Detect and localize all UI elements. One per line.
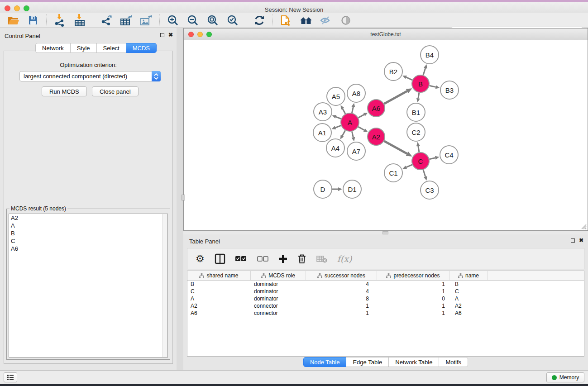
import-table-icon[interactable]	[73, 14, 86, 27]
mcds-result-title: MCDS result (5 nodes)	[10, 205, 67, 212]
tab-edge-table[interactable]: Edge Table	[346, 357, 389, 367]
task-history-button[interactable]	[4, 372, 17, 382]
edge-B-B4[interactable]	[423, 68, 425, 75]
memory-button[interactable]: Memory	[546, 372, 584, 382]
import-network-icon[interactable]	[53, 14, 67, 27]
edge-A-A3[interactable]	[336, 117, 341, 119]
edge-A-A1[interactable]	[335, 125, 341, 128]
control-panel-tabs: NetworkStyleSelectMCDS	[35, 43, 157, 53]
vertical-split-handle[interactable]	[182, 195, 185, 200]
run-mcds-button[interactable]: Run MCDS	[42, 86, 87, 96]
export-network-icon[interactable]	[100, 14, 113, 27]
tab-motifs[interactable]: Motifs	[439, 357, 468, 367]
table-row[interactable]: Bdominator41B	[187, 281, 584, 288]
network-from-selection-icon[interactable]	[279, 14, 293, 27]
table-row[interactable]: Adominator80A	[187, 295, 584, 302]
mcds-result-item[interactable]: A	[9, 222, 167, 229]
delete-column-icon[interactable]	[297, 254, 306, 264]
result-scrollbar[interactable]	[163, 214, 167, 357]
resize-grip-icon[interactable]	[580, 223, 587, 229]
graph-node-label: A1	[318, 129, 326, 137]
close-table-panel-icon[interactable]: ✖	[579, 238, 583, 243]
function-builder-icon[interactable]: f(x)	[337, 254, 352, 264]
zoom-out-icon[interactable]	[186, 14, 200, 27]
edge-A-A6[interactable]	[359, 114, 364, 118]
column-header-predecessor-nodes[interactable]: predecessor nodes	[377, 271, 449, 280]
column-header-successor-nodes[interactable]: successor nodes	[306, 271, 377, 280]
app-window: Session: New Session	[0, 0, 588, 386]
edge-C-C1[interactable]	[406, 165, 412, 167]
node-table-header: shared nameMCDS rolesuccessor nodesprede…	[187, 271, 584, 281]
table-row[interactable]: A2connector11A2	[187, 302, 584, 310]
tab-style[interactable]: Style	[71, 43, 97, 53]
select-all-icon[interactable]	[235, 256, 247, 262]
criterion-value: largest connected component (directed)	[20, 73, 152, 80]
table-cell: 1	[306, 303, 377, 309]
arrowhead-icon	[332, 126, 336, 129]
edge-A6-B[interactable]	[384, 91, 407, 104]
apply-layout-icon[interactable]	[253, 14, 266, 27]
table-cell: B	[449, 281, 488, 287]
edge-B-B3[interactable]	[430, 86, 436, 87]
desktop-strip-bottom	[0, 384, 588, 386]
open-session-icon[interactable]	[6, 14, 20, 27]
edge-A-A2[interactable]	[358, 127, 364, 130]
table-options-gear-icon[interactable]: ⚙	[196, 254, 205, 264]
criterion-select[interactable]: largest connected component (directed)	[19, 71, 161, 81]
tab-node-table[interactable]: Node Table	[303, 357, 347, 367]
add-column-icon[interactable]	[278, 254, 287, 263]
home-networks-icon[interactable]	[299, 14, 313, 27]
export-table-icon[interactable]	[120, 14, 133, 27]
tab-network[interactable]: Network	[35, 43, 71, 53]
mcds-result-list[interactable]: A2ABCA6	[9, 214, 168, 357]
column-header-shared-name[interactable]: shared name	[187, 271, 251, 280]
mcds-result-item[interactable]: B	[9, 229, 167, 237]
table-cell: 4	[306, 281, 377, 287]
table-row[interactable]: Cdominator41C	[187, 288, 584, 295]
tab-mcds[interactable]: MCDS	[126, 43, 157, 53]
horizontal-split-handle[interactable]	[382, 231, 388, 234]
column-layout-icon[interactable]	[215, 253, 225, 264]
zoom-selected-icon[interactable]	[226, 14, 239, 27]
table-row[interactable]: A6connector11A6	[187, 310, 584, 317]
column-header-name[interactable]: name	[449, 271, 488, 280]
table-cell: C	[449, 288, 488, 295]
table-cell: connector	[251, 303, 306, 309]
zoom-in-icon[interactable]	[166, 14, 180, 27]
main-toolbar	[0, 13, 588, 28]
float-panel-icon[interactable]	[160, 33, 164, 37]
export-image-icon[interactable]	[139, 14, 153, 27]
close-panel-icon[interactable]: ✖	[168, 33, 173, 37]
table-cell: C	[187, 288, 251, 295]
edge-B-B2[interactable]	[406, 77, 412, 80]
zoom-fit-icon[interactable]	[206, 14, 220, 27]
edge-C-C3[interactable]	[423, 170, 425, 176]
table-cell: connector	[251, 310, 306, 316]
edge-A-A7[interactable]	[352, 132, 353, 138]
tab-select[interactable]: Select	[97, 43, 126, 53]
float-table-panel-icon[interactable]	[571, 238, 575, 243]
mcds-result-item[interactable]: A2	[9, 214, 167, 222]
mcds-result-item[interactable]: A6	[9, 245, 167, 253]
table-cell: 1	[377, 281, 449, 287]
edge-A-A8[interactable]	[352, 107, 353, 113]
mcds-result-item[interactable]: C	[9, 237, 167, 245]
edge-A2-C[interactable]	[384, 141, 407, 154]
column-header-MCDS-role[interactable]: MCDS role	[251, 271, 306, 280]
hide-details-icon[interactable]	[319, 14, 333, 27]
network-canvas[interactable]: B4B2BB3A5A8A6A3B1AA1C2A2A4A7C4CC1DD1C3	[184, 40, 587, 230]
memory-label: Memory	[559, 374, 579, 381]
edge-A-A5[interactable]	[343, 109, 345, 114]
deselect-all-icon[interactable]	[257, 256, 268, 262]
edge-A-A4[interactable]	[342, 130, 345, 136]
tab-network-table[interactable]: Network Table	[389, 357, 439, 367]
save-session-icon[interactable]	[26, 14, 40, 27]
show-details-icon[interactable]	[339, 14, 353, 27]
delete-table-icon[interactable]	[316, 255, 327, 263]
hierarchy-icon	[199, 273, 204, 278]
edge-C-C4[interactable]	[430, 158, 435, 159]
edge-B-B1[interactable]	[418, 93, 419, 99]
close-panel-button[interactable]: Close panel	[92, 86, 139, 96]
network-window-titlebar[interactable]: testGlobe.txt	[184, 29, 588, 40]
edge-C-C2[interactable]	[418, 146, 419, 152]
